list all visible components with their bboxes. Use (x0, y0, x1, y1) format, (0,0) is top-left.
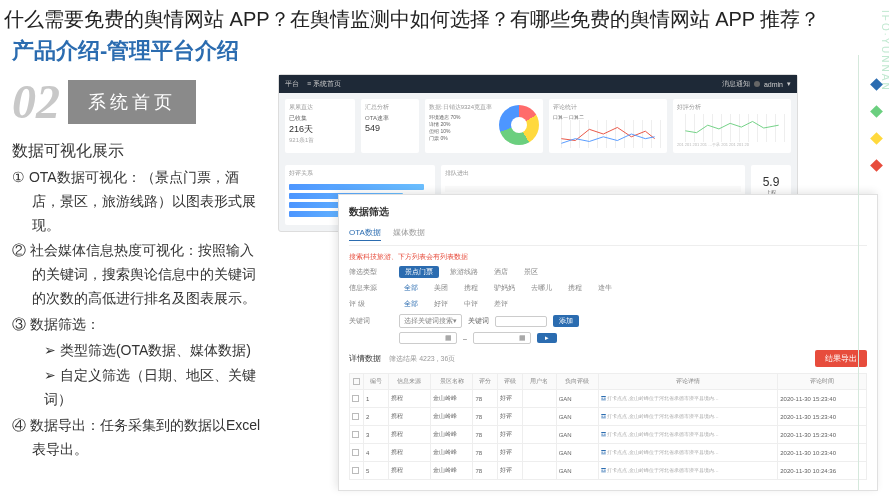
table-cell: 金山岭峰 (431, 444, 473, 462)
filter-chip-active[interactable]: 景点门票 (399, 266, 439, 278)
table-cell: 78 (473, 462, 498, 480)
table-cell: 好评 (498, 408, 523, 426)
notif-label: 消息通知 (722, 79, 750, 89)
date-select[interactable]: ▦ (473, 332, 531, 344)
checkbox[interactable] (352, 449, 359, 456)
table-cell: 携程 (388, 408, 430, 426)
table-cell: 好评 (498, 390, 523, 408)
checkbox[interactable] (352, 395, 359, 402)
filter-label: 筛选类型 (349, 267, 393, 277)
table-cell (523, 462, 557, 480)
filter-chip[interactable]: 全部 (399, 282, 423, 294)
table-cell: 金山岭峰 (431, 408, 473, 426)
table-cell (523, 426, 557, 444)
table-header: 评分 (473, 374, 498, 390)
table-cell: ☲ 打卡点点,金山岭峰位于河北省承德市滦平县境内… (599, 390, 778, 408)
list-item: 自定义筛选（日期、地区、关键词） (12, 364, 262, 412)
section-number: 02 (12, 74, 60, 129)
filter-chip[interactable]: 好评 (429, 298, 453, 310)
filter-chip[interactable]: 驴妈妈 (489, 282, 520, 294)
table-row[interactable]: 1携程金山岭峰78好评GAN☲ 打卡点点,金山岭峰位于河北省承德市滦平县境内…2… (350, 390, 867, 408)
add-keyword-button[interactable]: 添加 (553, 315, 579, 327)
checkbox[interactable] (352, 467, 359, 474)
filter-chip[interactable]: 酒店 (489, 266, 513, 278)
checkbox[interactable] (352, 431, 359, 438)
table-header: 用户名 (523, 374, 557, 390)
table-header: 评级 (498, 374, 523, 390)
table-header: 景区名称 (431, 374, 473, 390)
table-cell: 携程 (388, 444, 430, 462)
table-header: 负向评级 (556, 374, 598, 390)
checkbox[interactable] (353, 378, 360, 385)
table-cell: 1 (364, 390, 389, 408)
line-card: 评论统计 口算一 口算二 (549, 99, 667, 153)
filter-chip[interactable]: 中评 (459, 298, 483, 310)
checkbox[interactable] (352, 413, 359, 420)
table-cell: GAN (556, 426, 598, 444)
table-cell (523, 390, 557, 408)
data-tabs: OTA数据 媒体数据 (349, 225, 867, 246)
side-divider (858, 55, 859, 490)
platform-label: 平台 (285, 79, 299, 89)
stat-card: 累累直达 已收集 216天 921条1首 (285, 99, 355, 153)
table-row[interactable]: 4携程金山岭峰78好评GAN☲ 打卡点点,金山岭峰位于河北省承德市滦平县境内…2… (350, 444, 867, 462)
table-header (350, 374, 364, 390)
table-row[interactable]: 5携程金山岭峰78好评GAN☲ 打卡点点,金山岭峰位于河北省承德市滦平县境内…2… (350, 462, 867, 480)
filter-chip[interactable]: 旅游线路 (445, 266, 483, 278)
filter-chip[interactable]: 景区 (519, 266, 543, 278)
section-title: 产品介绍-管理平台介绍 (0, 36, 889, 66)
table-cell: 金山岭峰 (431, 390, 473, 408)
diamond-icon (870, 105, 883, 118)
table-cell: ☲ 打卡点点,金山岭峰位于河北省承德市滦平县境内… (599, 444, 778, 462)
table-cell: GAN (556, 444, 598, 462)
tab-media[interactable]: 媒体数据 (393, 225, 425, 241)
filter-chip[interactable]: 去哪儿 (526, 282, 557, 294)
diamond-icon (870, 159, 883, 172)
filter-chip[interactable]: 美团 (429, 282, 453, 294)
keyword-select[interactable]: 选择关键词搜索▾ (399, 314, 462, 328)
table-cell: 2020-11-30 15:23:40 (778, 408, 867, 426)
filter-chip[interactable]: 携程 (563, 282, 587, 294)
table-cell: 2 (364, 408, 389, 426)
filter-label: 关键词 (349, 316, 393, 326)
keyword-input[interactable] (495, 316, 547, 327)
tab-ota[interactable]: OTA数据 (349, 225, 381, 241)
table-header: 编号 (364, 374, 389, 390)
filter-chip[interactable]: 携程 (459, 282, 483, 294)
export-button[interactable]: 结果导出 (815, 350, 867, 367)
section-badge: 系统首页 (68, 80, 196, 124)
list-item: ③ 数据筛选： (12, 313, 262, 337)
description-list: ① OTA数据可视化：（景点门票，酒店，景区，旅游线路）以图表形式展现。 ② 社… (12, 166, 262, 462)
table-cell: 78 (473, 408, 498, 426)
avatar (754, 81, 760, 87)
filter-chip[interactable]: 差评 (489, 298, 513, 310)
list-item: 类型筛选(OTA数据、媒体数据) (12, 339, 262, 363)
kw-sublabel: 关键词 (468, 316, 489, 326)
table-cell: ☲ 打卡点点,金山岭峰位于河北省承德市滦平县境内… (599, 408, 778, 426)
table-row[interactable]: 2携程金山岭峰78好评GAN☲ 打卡点点,金山岭峰位于河北省承德市滦平县境内…2… (350, 408, 867, 426)
calendar-icon: ▦ (519, 334, 526, 342)
filter-chip[interactable]: 途牛 (593, 282, 617, 294)
filter-chip[interactable]: 全部 (399, 298, 423, 310)
filter-label: 评 级 (349, 299, 393, 309)
table-cell: GAN (556, 408, 598, 426)
search-button[interactable]: ▸ (537, 333, 557, 343)
table-cell: 携程 (388, 426, 430, 444)
chevron-down-icon: ▾ (453, 317, 457, 325)
table-cell: 2020-11-30 10:24:36 (778, 462, 867, 480)
date-select[interactable]: ▦ (399, 332, 457, 344)
table-cell: 4 (364, 444, 389, 462)
user-label: admin (764, 81, 783, 88)
table-cell: 金山岭峰 (431, 426, 473, 444)
list-item: ① OTA数据可视化：（景点门票，酒店，景区，旅游线路）以图表形式展现。 (12, 166, 262, 237)
table-cell: 好评 (498, 462, 523, 480)
dashboard-header: 平台 ≡ 系统首页 消息通知 admin ▾ (279, 75, 797, 93)
result-count: 筛选结果 4223 , 36页 (389, 355, 455, 362)
watermark: IFO·YUNNAN (880, 10, 889, 92)
table-header: 信息来源 (388, 374, 430, 390)
description-title: 数据可视化展示 (12, 141, 262, 162)
table-row[interactable]: 3携程金山岭峰78好评GAN☲ 打卡点点,金山岭峰位于河北省承德市滦平县境内…2… (350, 426, 867, 444)
line-card: 好評分析 201 201 201 201 …于承 201 201 201 20 (673, 99, 791, 153)
table-cell: 2020-11-30 15:23:40 (778, 426, 867, 444)
side-decoration (872, 80, 881, 170)
